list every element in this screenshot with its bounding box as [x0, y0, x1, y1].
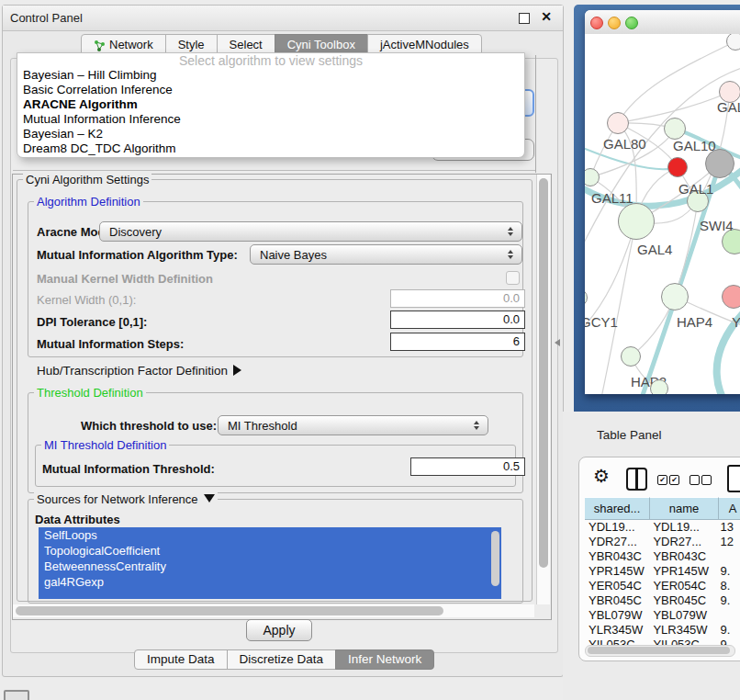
network-node[interactable] [661, 283, 689, 310]
network-node[interactable] [607, 112, 629, 134]
table-cell[interactable]: YIL053C [649, 638, 717, 645]
table-cell[interactable]: 9. [718, 623, 740, 638]
column-header-name[interactable]: name [650, 497, 719, 520]
sources-title: Sources for Network Inference [37, 492, 198, 506]
mi-threshold-field[interactable]: 0.5 [410, 457, 525, 476]
table-cell[interactable]: YLR345W [585, 623, 649, 638]
table-row[interactable]: YDR27...YDR27...12 [585, 535, 740, 549]
network-node[interactable] [664, 118, 686, 140]
table-row[interactable]: YER054CYER054C8. [585, 579, 740, 593]
close-traffic-light[interactable] [590, 17, 603, 29]
spinner-arrows-icon [470, 421, 483, 430]
scrollbar-thumb[interactable] [588, 647, 730, 654]
dropdown-item[interactable]: Mutual Information Inference [17, 112, 524, 127]
list-scrollbar-thumb[interactable] [491, 531, 499, 586]
table-cell[interactable]: YBL079W [585, 608, 649, 623]
tab-discretize-data[interactable]: Discretize Data [227, 649, 337, 670]
network-node[interactable] [705, 149, 734, 178]
network-node[interactable] [650, 379, 668, 394]
table-cell[interactable] [718, 549, 740, 564]
aracne-mode-combobox[interactable]: Discovery [99, 221, 522, 242]
bottom-tabbar: Impute Data Discretize Data Infer Networ… [135, 649, 434, 670]
settings-horizontal-scrollbar[interactable] [13, 604, 534, 617]
list-item[interactable]: BetweennessCentrality [39, 559, 501, 574]
deselect-all-checkbox-icon[interactable] [701, 475, 712, 485]
dropdown-item[interactable]: Basic Correlation Inference [17, 83, 524, 97]
scrollbar-thumb[interactable] [539, 178, 548, 568]
table-row[interactable]: YLR345WYLR345W9. [585, 623, 740, 638]
document-icon[interactable] [727, 465, 740, 492]
manual-kernel-checkbox[interactable] [506, 271, 520, 285]
table-cell[interactable]: 9 [718, 638, 740, 645]
table-cell[interactable]: 8. [718, 579, 740, 593]
table-cell[interactable]: 9. [718, 593, 740, 608]
network-node[interactable] [621, 346, 641, 367]
split-columns-icon[interactable] [626, 468, 647, 491]
which-threshold-combobox[interactable]: MI Threshold [218, 415, 488, 435]
table-cell[interactable]: YBR045C [585, 593, 649, 608]
minimize-traffic-light[interactable] [608, 17, 621, 29]
table-cell[interactable]: YDL19... [649, 520, 717, 535]
data-attributes-list[interactable]: SelfLoopsTopologicalCoefficientBetweenne… [39, 527, 501, 599]
scrollbar-thumb[interactable] [16, 606, 443, 615]
table-cell[interactable]: YIL053C [585, 638, 649, 645]
table-row[interactable]: YBR045CYBR045C9. [585, 593, 740, 608]
network-node[interactable] [667, 157, 688, 177]
table-cell[interactable]: YBL079W [649, 608, 717, 623]
dropdown-item[interactable]: Bayesian – Hill Climbing [17, 68, 524, 83]
table-cell[interactable]: 9. [718, 564, 740, 579]
expand-right-icon [233, 365, 241, 376]
settings-vertical-scrollbar[interactable] [536, 175, 550, 604]
table-cell[interactable]: YDR27... [585, 535, 649, 549]
gear-icon[interactable]: ⚙ [593, 467, 610, 485]
table-horizontal-scrollbar[interactable] [585, 645, 735, 657]
splitter-arrow-icon[interactable] [555, 339, 560, 346]
table-cell[interactable]: YLR345W [649, 623, 717, 638]
float-window-icon[interactable] [519, 13, 530, 24]
hub-definition-expander[interactable]: Hub/Transcription Factor Definition [37, 364, 241, 378]
table-cell[interactable] [718, 608, 740, 623]
table-cell[interactable]: YDL19... [585, 520, 649, 535]
table-cell[interactable]: YPR145W [649, 564, 717, 579]
table-cell[interactable]: YER054C [585, 579, 649, 593]
close-icon[interactable]: ✕ [541, 9, 552, 24]
column-header-partial[interactable]: A [719, 497, 740, 520]
table-cell[interactable]: YBR043C [585, 549, 649, 564]
table-row[interactable]: YIL053CYIL053C9 [585, 638, 740, 645]
network-node[interactable] [726, 34, 740, 51]
dock-icon[interactable] [4, 690, 29, 700]
dpi-tolerance-field[interactable]: 0.0 [390, 310, 525, 329]
sources-expander[interactable]: Sources for Network Inference [34, 492, 218, 506]
dropdown-item[interactable]: ARACNE Algorithm [17, 97, 524, 112]
table-cell[interactable]: 13 [718, 520, 740, 535]
table-cell[interactable]: YER054C [649, 579, 717, 593]
table-cell[interactable]: 12 [718, 535, 740, 549]
mi-algorithm-type-combobox[interactable]: Naive Bayes [250, 244, 522, 265]
table-cell[interactable]: YPR145W [585, 564, 649, 579]
table-cell[interactable]: YDR27... [649, 535, 717, 549]
table-row[interactable]: YDL19...YDL19...13 [585, 520, 740, 535]
network-canvas[interactable]: GALGAL80GAL10GAL1GAL11GAL4SWI4GCY1HAP4YH… [585, 34, 740, 394]
kernel-width-field[interactable]: 0.0 [390, 289, 525, 308]
apply-button[interactable]: Apply [246, 619, 312, 641]
deselect-all-checkbox-icon[interactable] [690, 475, 700, 485]
zoom-traffic-light[interactable] [625, 17, 638, 29]
list-item[interactable]: gal4RGexp [39, 574, 501, 590]
table-row[interactable]: YPR145WYPR145W9. [585, 564, 740, 579]
select-all-checkbox-icon[interactable]: ✔ [669, 475, 679, 485]
list-item[interactable]: SelfLoops [39, 527, 501, 543]
list-item[interactable]: TopologicalCoefficient [39, 543, 501, 559]
table-cell[interactable]: YBR043C [649, 549, 717, 564]
dropdown-item[interactable]: Dream8 DC_TDC Algorithm [17, 141, 524, 156]
tab-infer-network[interactable]: Infer Network [335, 649, 434, 670]
network-node[interactable] [722, 285, 740, 309]
column-header-shared[interactable]: shared... [585, 497, 650, 520]
dropdown-item[interactable]: Bayesian – K2 [17, 127, 524, 141]
table-row[interactable]: YBR043CYBR043C [585, 549, 740, 564]
table-row[interactable]: YBL079WYBL079W [585, 608, 740, 623]
network-node[interactable] [618, 203, 655, 240]
table-cell[interactable]: YBR045C [649, 593, 717, 608]
tab-impute-data[interactable]: Impute Data [134, 649, 228, 670]
select-all-checkbox-icon[interactable]: ✔ [657, 475, 667, 485]
mi-steps-field[interactable]: 6 [390, 333, 525, 351]
